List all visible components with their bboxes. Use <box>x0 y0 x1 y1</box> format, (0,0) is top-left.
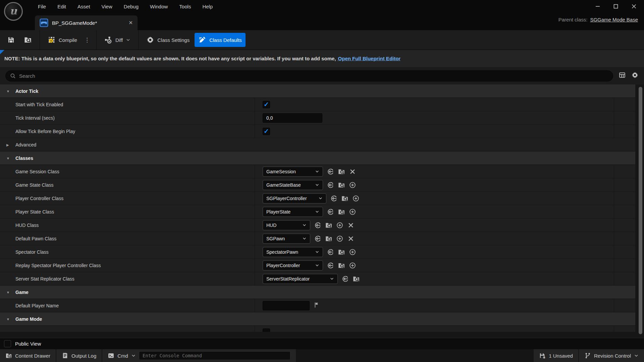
property-row: HUD Class HUD <box>0 219 635 232</box>
use-selected-icon[interactable] <box>314 222 321 229</box>
add-icon[interactable] <box>349 208 356 216</box>
category-actor-tick[interactable]: Actor Tick <box>0 84 635 98</box>
use-selected-icon[interactable] <box>330 195 337 202</box>
diff-icon <box>104 36 112 44</box>
console-icon[interactable] <box>108 352 114 359</box>
close-window-icon[interactable] <box>631 4 637 9</box>
chevron-down-icon[interactable] <box>131 353 136 358</box>
flag-icon[interactable] <box>313 302 320 310</box>
start-with-tick-enabled-checkbox[interactable] <box>263 101 270 108</box>
tab-close-icon[interactable]: ✕ <box>128 20 133 26</box>
menu-view[interactable]: View <box>96 2 118 11</box>
menu-tools[interactable]: Tools <box>173 2 197 11</box>
browse-to-asset-icon[interactable] <box>353 275 360 283</box>
browse-to-asset-icon[interactable] <box>325 222 332 229</box>
category-game[interactable]: Game <box>0 286 635 299</box>
search-box[interactable] <box>5 70 613 81</box>
tick-interval-input[interactable] <box>263 113 322 123</box>
clear-icon[interactable] <box>347 235 355 242</box>
expand-arrow-icon[interactable] <box>6 143 9 146</box>
use-selected-icon[interactable] <box>327 168 334 175</box>
hud-class-dropdown[interactable]: HUD <box>263 220 310 230</box>
browse-asset-button[interactable] <box>20 33 36 47</box>
add-icon[interactable] <box>336 235 343 242</box>
public-view-checkbox[interactable] <box>4 340 11 347</box>
data-only-note: NOTE: This is a data only blueprint, so … <box>0 50 644 67</box>
use-selected-icon[interactable] <box>327 181 334 189</box>
browse-to-asset-icon[interactable] <box>338 208 345 216</box>
category-classes[interactable]: Classes <box>0 152 635 165</box>
advanced-expander[interactable]: Advanced <box>0 138 635 152</box>
details-scrollbar[interactable] <box>639 87 642 334</box>
details-settings-gear-icon[interactable] <box>631 71 639 80</box>
open-full-blueprint-editor-link[interactable]: Open Full Blueprint Editor <box>338 56 401 61</box>
browse-to-asset-icon[interactable] <box>338 248 345 256</box>
expand-arrow-icon[interactable] <box>6 89 10 93</box>
clipped-checkbox[interactable] <box>263 328 270 332</box>
menu-asset[interactable]: Asset <box>72 2 96 11</box>
dropdown-chevron-icon <box>302 236 307 241</box>
save-button[interactable] <box>3 33 19 47</box>
game-session-class-dropdown[interactable]: GameSession <box>263 167 323 177</box>
browse-to-asset-icon[interactable] <box>341 195 348 202</box>
content-drawer-button[interactable]: Content Drawer <box>0 349 56 362</box>
parent-class-link[interactable]: SGGame Mode Base <box>590 17 638 22</box>
compile-options-menu[interactable]: ⋮ <box>82 37 92 44</box>
add-icon[interactable] <box>349 262 356 269</box>
game-state-class-dropdown[interactable]: GameStateBase <box>263 180 323 190</box>
add-icon[interactable] <box>349 248 356 256</box>
spectator-class-dropdown[interactable]: SpectatorPawn <box>263 247 323 257</box>
server-stat-replicator-class-dropdown[interactable]: ServerStatReplicator <box>263 274 338 284</box>
replay-spectator-player-controller-class-dropdown[interactable]: PlayerController <box>263 260 323 270</box>
use-selected-icon[interactable] <box>327 248 334 256</box>
add-icon[interactable] <box>352 195 360 202</box>
menu-edit[interactable]: Edit <box>52 2 72 11</box>
allow-tick-before-begin-play-checkbox[interactable] <box>263 128 270 135</box>
dropdown-chevron-icon <box>315 169 319 174</box>
use-selected-icon[interactable] <box>314 235 321 242</box>
class-settings-button[interactable]: Class Settings <box>143 33 193 47</box>
expand-arrow-icon[interactable] <box>6 317 10 321</box>
unreal-engine-logo[interactable]: u <box>4 2 23 21</box>
display-manager-icon[interactable] <box>619 71 626 80</box>
expand-arrow-icon[interactable] <box>6 290 10 294</box>
player-state-class-dropdown[interactable]: PlayerState <box>263 207 323 217</box>
class-defaults-button[interactable]: Class Defaults <box>195 33 246 47</box>
revision-control-button[interactable]: Revision Control <box>579 349 644 362</box>
cmd-label[interactable]: Cmd <box>117 353 128 359</box>
search-input[interactable] <box>19 73 609 79</box>
add-icon[interactable] <box>349 181 356 189</box>
use-selected-icon[interactable] <box>327 208 334 216</box>
default-pawn-class-dropdown[interactable]: SGPawn <box>263 234 310 244</box>
category-game-mode[interactable]: Game Mode <box>0 312 635 326</box>
player-controller-class-dropdown[interactable]: SGPlayerController <box>263 193 326 203</box>
expand-arrow-icon[interactable] <box>6 156 10 160</box>
add-icon[interactable] <box>336 222 343 229</box>
unsaved-floppy-icon <box>539 352 546 359</box>
minimize-icon[interactable] <box>595 4 600 9</box>
browse-to-asset-icon[interactable] <box>338 181 345 189</box>
diff-button[interactable]: Diff <box>101 33 134 47</box>
asset-tab[interactable]: BP_SGGameMode* ✕ <box>35 15 138 30</box>
unsaved-button[interactable]: 1 Unsaved <box>534 349 578 362</box>
console-segment: Cmd <box>102 349 296 362</box>
maximize-icon[interactable] <box>613 4 619 9</box>
use-selected-icon[interactable] <box>341 275 349 283</box>
clear-icon[interactable] <box>347 222 355 229</box>
use-selected-icon[interactable] <box>327 262 334 269</box>
browse-to-asset-icon[interactable] <box>338 168 345 175</box>
console-command-input[interactable] <box>139 351 290 360</box>
menu-file[interactable]: File <box>32 2 52 11</box>
menu-window[interactable]: Window <box>144 2 173 11</box>
compile-button[interactable]: Compile <box>44 33 81 47</box>
clear-icon[interactable] <box>349 168 356 175</box>
menu-debug[interactable]: Debug <box>118 2 144 11</box>
menu-help[interactable]: Help <box>197 2 218 11</box>
browse-to-asset-icon[interactable] <box>338 262 345 269</box>
public-view-label: Public View <box>15 341 41 347</box>
output-log-button[interactable]: Output Log <box>56 349 102 362</box>
default-player-name-input[interactable] <box>263 301 310 310</box>
folder-search-icon <box>5 352 12 359</box>
browse-to-asset-icon[interactable] <box>325 235 332 242</box>
parent-class-label: Parent class: <box>558 17 588 22</box>
